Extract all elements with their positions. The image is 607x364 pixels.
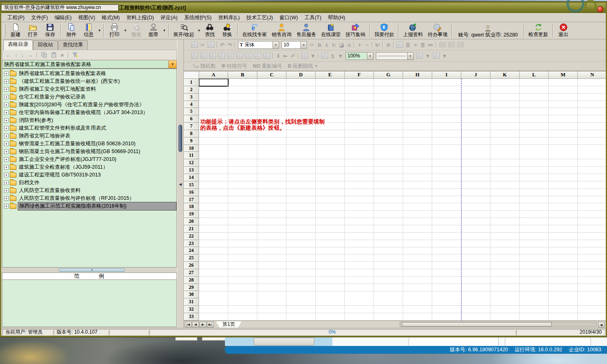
row-header-7[interactable]: 7	[184, 123, 199, 130]
panel-splitter[interactable]: ◀	[177, 39, 184, 328]
expand-plus-icon[interactable]: +	[4, 181, 9, 185]
insert-column-icon[interactable]	[227, 53, 234, 59]
toolbar-button-12[interactable]: e在线找专家	[240, 23, 269, 39]
row-header-21[interactable]: 21	[184, 225, 199, 233]
column-header-N[interactable]: N	[578, 71, 606, 79]
toolbar-button-4[interactable]: 附件	[63, 23, 80, 39]
fill-down-icon[interactable]	[245, 53, 252, 59]
column-header-L[interactable]: L	[520, 71, 549, 79]
toolbar-button-6[interactable]: 打印	[106, 23, 123, 39]
menu-item-1[interactable]: 工程(P)	[5, 14, 27, 22]
horizontal-splitter[interactable]: ▾	[2, 268, 177, 272]
tree-item-14[interactable]: +建设工程监理规范 GB/T50319-2013	[4, 171, 176, 179]
last-sheet-button[interactable]: ▶|	[207, 322, 214, 327]
insert-row-icon[interactable]	[218, 53, 225, 59]
row-header-33[interactable]: 33	[184, 313, 199, 321]
diagonal-dropdown-icon[interactable]: ▼	[425, 53, 431, 59]
paragraph-settings-icon[interactable]	[396, 42, 403, 48]
prev-sheet-button[interactable]: ◀	[192, 322, 199, 327]
insert-cell-icon[interactable]	[191, 53, 198, 59]
toolbar-button-8[interactable]: 图章	[145, 23, 162, 39]
distribute-columns-icon[interactable]	[439, 42, 446, 48]
next-sheet-button[interactable]: ▶	[199, 322, 206, 327]
move-up-icon[interactable]: ↑	[15, 53, 18, 58]
sidebar-tab-3[interactable]: 查找结果	[58, 40, 88, 50]
row-header-27[interactable]: 27	[184, 269, 199, 277]
row-header-20[interactable]: 20	[184, 218, 199, 225]
fraction-icon[interactable]: ⊘	[386, 42, 391, 48]
column-header-D[interactable]: D	[286, 71, 316, 79]
tree-item-3[interactable]: +陕西省施工安全文明工地配套资料	[4, 85, 176, 93]
toolbar-button-10[interactable]: 查找	[201, 23, 218, 39]
row-header-17[interactable]: 17	[184, 196, 199, 204]
expand-plus-icon[interactable]: +	[4, 157, 9, 162]
toolbar-button-9[interactable]: 展开/收起	[171, 23, 197, 39]
toolbar-button-14[interactable]: 售后服务	[294, 23, 318, 39]
tree-item-15[interactable]: +归档文件	[4, 179, 176, 187]
row-header-22[interactable]: 22	[184, 233, 199, 240]
menu-item-4[interactable]: 视图(V)	[75, 14, 98, 22]
font-family-combobox[interactable]: T宋体▼	[238, 41, 279, 49]
tree-item-10[interactable]: +钢管混凝土工程施工质量验收规范(GB 50628-2010)	[4, 140, 176, 148]
merge-cells-icon[interactable]	[200, 53, 207, 59]
diagonal-line2-icon[interactable]	[433, 53, 440, 59]
cut-icon[interactable]: ✂	[200, 42, 205, 48]
fill-color-icon[interactable]: ◪	[339, 42, 344, 48]
tree-item-17[interactable]: +人民防空工程质量验收与评价标准（RFJ01-2015）	[4, 195, 176, 202]
align-left-icon[interactable]: ≣	[405, 42, 410, 48]
fill-handle[interactable]	[227, 85, 229, 87]
bold-icon[interactable]: B	[317, 42, 322, 48]
zoom-dropdown-button[interactable]: ▼	[367, 53, 373, 60]
column-header-C[interactable]: C	[257, 71, 286, 79]
tree-item-7[interactable]: +消防资料(参考)	[4, 117, 176, 124]
scroll-left-button[interactable]: ◀	[598, 322, 605, 327]
align-justify-icon[interactable]: ≔	[428, 42, 433, 48]
size-dropdown-button[interactable]: ▼	[300, 41, 307, 48]
expand-plus-icon[interactable]: +	[4, 87, 9, 92]
delete-row-icon[interactable]	[236, 53, 243, 59]
row-header-29[interactable]: 29	[184, 284, 199, 291]
menu-item-12[interactable]: 工具(T)	[302, 14, 324, 22]
menu-item-7[interactable]: 评定(A)	[158, 14, 181, 22]
dropdown-arrow-icon[interactable]: ▼	[123, 23, 128, 39]
expand-plus-icon[interactable]: +	[4, 126, 9, 130]
row-header-19[interactable]: 19	[184, 211, 199, 218]
expand-plus-icon[interactable]: +	[4, 95, 9, 99]
active-cell-a1[interactable]	[199, 79, 229, 87]
toolbar-button-22[interactable]: 退出	[555, 23, 572, 39]
tree-item-1[interactable]: +陕西省建筑工程施工质量验收配套表格	[4, 70, 176, 78]
row-header-13[interactable]: 13	[184, 167, 199, 174]
split-cell-icon[interactable]	[209, 53, 216, 59]
pattern-dropdown-icon[interactable]: ▼	[310, 53, 316, 59]
sheet-tab[interactable]: 第1页	[216, 321, 242, 328]
dropdown-arrow-icon[interactable]: ▼	[97, 23, 102, 39]
move-right-icon[interactable]: →	[27, 53, 33, 58]
increase-size-icon[interactable]: +	[357, 42, 362, 48]
toolbar-button-16[interactable]: 技巧集锦	[343, 23, 368, 39]
undo-icon[interactable]: ↶	[220, 42, 225, 48]
line-style-combobox[interactable]: ▼	[376, 52, 414, 60]
row-header-28[interactable]: 28	[184, 277, 199, 284]
toolbar-button-11[interactable]: 替换	[218, 23, 236, 39]
fill-right-icon[interactable]	[254, 53, 261, 59]
tree-item-18[interactable]: +陕西绿色施工示范工程实施指南表格(2016年制)	[4, 202, 176, 210]
sum-dropdown-icon[interactable]: ▼	[338, 53, 343, 59]
lock-cell-icon[interactable]	[263, 53, 270, 59]
row-header-3[interactable]: 3	[184, 94, 199, 101]
tree-item-5[interactable]: +陕建发[2010]280号《住宅工程质量分户验收管理办法》	[4, 101, 176, 109]
tree-item-9[interactable]: +陕西省文明工地验评表	[4, 132, 176, 140]
expand-plus-icon[interactable]: +	[4, 110, 9, 115]
menu-item-6[interactable]: 资料上报(D)	[124, 14, 157, 22]
row-header-2[interactable]: 2	[184, 86, 199, 94]
line-dropdown-button[interactable]: ▼	[407, 53, 413, 60]
column-header-B[interactable]: B	[228, 71, 257, 79]
splitter-thumb[interactable]	[179, 125, 182, 152]
tree-item-11[interactable]: +钢筋混凝土筒仓施工与质量验收规范(GB 50669-2011)	[4, 148, 176, 156]
eraser-icon[interactable]: ✐	[291, 53, 295, 59]
close-button[interactable]	[597, 6, 603, 12]
distribute-rows-icon[interactable]	[448, 42, 455, 48]
expand-plus-icon[interactable]: +	[4, 103, 9, 107]
row-header-11[interactable]: 11	[184, 152, 199, 159]
row-header-23[interactable]: 23	[184, 240, 199, 247]
tree-item-13[interactable]: +建筑施工安全检查标准（JGJ59-2011）	[4, 163, 176, 171]
